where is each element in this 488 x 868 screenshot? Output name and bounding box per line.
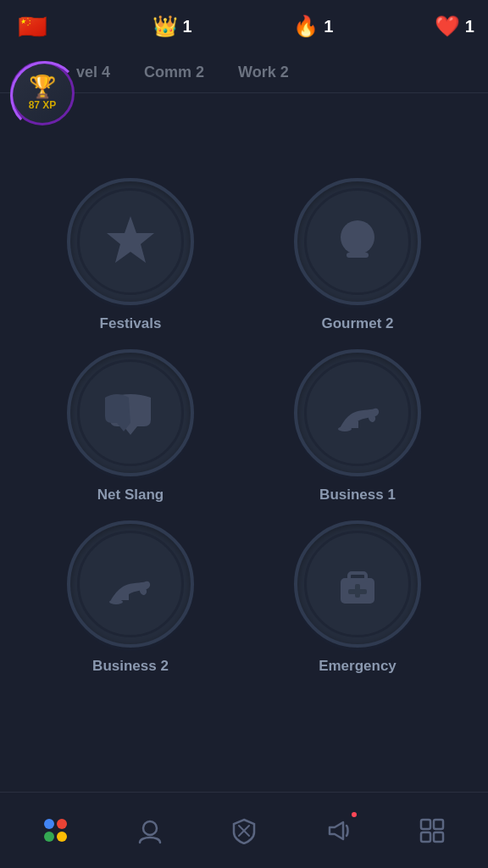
svg-point-3 — [338, 426, 352, 431]
svg-rect-2 — [347, 253, 369, 258]
flame-count: 1 — [324, 17, 333, 36]
tab-work[interactable]: Work 2 — [238, 64, 289, 81]
lesson-circle-emergency[interactable] — [294, 520, 421, 648]
flame-icon: 🔥 — [293, 14, 319, 38]
lesson-item-festivals[interactable]: Festivals — [67, 178, 194, 332]
svg-rect-14 — [421, 820, 430, 829]
lesson-circle-business1[interactable] — [294, 349, 421, 476]
svg-rect-17 — [434, 832, 443, 842]
face-icon — [136, 817, 164, 844]
lesson-label-business2: Business 2 — [92, 658, 169, 675]
top-bar: 🇨🇳 👑 1 🔥 1 ❤️ 1 — [0, 0, 488, 53]
svg-marker-0 — [107, 216, 154, 263]
lesson-label-emergency: Emergency — [319, 658, 396, 675]
nav-item-home[interactable] — [30, 805, 81, 856]
trophy-icon: 🏆 — [29, 75, 56, 97]
svg-rect-15 — [434, 820, 443, 829]
svg-rect-16 — [421, 832, 430, 842]
main-content: Festivals Gourmet 2 — [0, 93, 488, 692]
lesson-item-business1[interactable]: Business 1 — [294, 349, 421, 504]
lesson-grid: Festivals Gourmet 2 — [34, 178, 454, 675]
tab-level[interactable]: vel 4 — [76, 64, 110, 81]
lesson-item-gourmet2[interactable]: Gourmet 2 — [294, 178, 421, 332]
lesson-item-business2[interactable]: Business 2 — [67, 520, 194, 675]
svg-point-1 — [341, 220, 374, 254]
crown-stat: 👑 1 — [152, 14, 192, 38]
nav-item-profile[interactable] — [125, 805, 175, 856]
xp-label: 87 XP — [29, 99, 57, 111]
lesson-circle-festivals[interactable] — [67, 178, 194, 305]
heart-icon: ❤️ — [435, 14, 460, 38]
flame-stat: 🔥 1 — [293, 14, 333, 38]
heart-stat: ❤️ 1 — [435, 14, 474, 38]
bottom-nav — [0, 792, 488, 868]
notification-badge — [350, 810, 358, 819]
svg-point-5 — [109, 599, 123, 604]
megaphone-icon — [324, 817, 352, 844]
xp-badge: 🏆 87 XP — [10, 61, 75, 125]
lesson-item-netslang[interactable]: Net Slang — [67, 349, 194, 504]
google-dots-icon — [44, 819, 68, 843]
svg-rect-8 — [349, 573, 366, 581]
language-flag[interactable]: 🇨🇳 — [14, 8, 51, 45]
nav-item-shield[interactable] — [219, 805, 269, 856]
shield-icon — [230, 817, 258, 844]
lesson-item-emergency[interactable]: Emergency — [294, 520, 421, 675]
tab-comm[interactable]: Comm 2 — [144, 64, 204, 81]
svg-rect-10 — [348, 589, 367, 594]
grid-shop-icon — [419, 817, 446, 844]
nav-item-notify[interactable] — [313, 805, 363, 856]
lesson-label-netslang: Net Slang — [97, 487, 164, 504]
lesson-label-festivals: Festivals — [100, 315, 162, 332]
lesson-circle-business2[interactable] — [67, 520, 194, 648]
lesson-circle-netslang[interactable] — [67, 349, 194, 476]
crown-icon: 👑 — [152, 14, 178, 38]
lesson-circle-gourmet2[interactable] — [294, 178, 421, 305]
lesson-label-business1: Business 1 — [319, 487, 396, 504]
crown-count: 1 — [183, 17, 192, 36]
heart-count: 1 — [465, 17, 474, 36]
lesson-label-gourmet2: Gourmet 2 — [321, 315, 393, 332]
svg-point-11 — [143, 821, 157, 835]
nav-item-shop[interactable] — [407, 805, 458, 856]
